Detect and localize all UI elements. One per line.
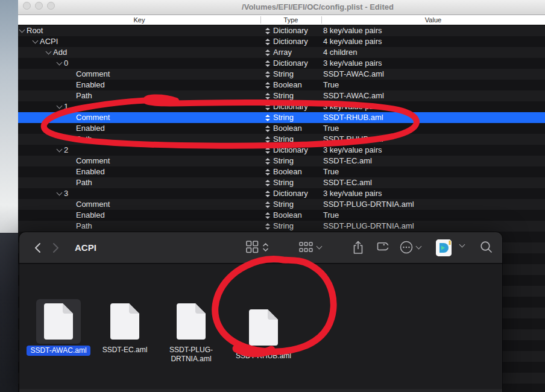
type-stepper-icon[interactable] [265,168,270,176]
type-stepper-icon[interactable] [265,147,270,154]
tag-button[interactable] [376,241,388,253]
plist-value[interactable]: 4 children [323,48,357,57]
plist-row[interactable]: ACPIDictionary4 key/value pairs [18,36,545,47]
file-item[interactable]: SSDT-PLUG-DRTNIA.aml [158,299,224,364]
plist-value[interactable]: 3 key/value pairs [323,145,382,155]
plist-row[interactable]: PathStringSSDT-AWAC.aml [18,90,545,101]
disclosure-triangle-icon[interactable] [33,39,38,44]
finder-content[interactable]: SSDT-AWAC.amlSSDT-EC.amlSSDT-PLUG-DRTNIA… [19,264,502,389]
plist-value[interactable]: 8 key/value pairs [323,26,382,36]
plist-row[interactable]: PathStringSSDT-PLUG-DRTNIA.aml [18,221,545,232]
disclosure-triangle-icon[interactable] [57,191,62,196]
disclosure-triangle-icon[interactable] [46,49,51,55]
plist-row[interactable]: 0Dictionary3 key/value pairs [18,58,545,69]
app-chevron-button[interactable] [460,244,464,247]
back-button[interactable] [30,240,45,256]
close-button[interactable] [23,2,31,10]
plist-type-cell[interactable]: Dictionary [265,102,308,112]
plist-row[interactable]: EnabledBooleanTrue [18,80,545,90]
plist-titlebar[interactable]: /Volumes/EFI/EFI/OC/config.plist - Edite… [18,0,545,15]
type-stepper-icon[interactable] [265,125,270,133]
plist-type-cell[interactable]: Boolean [265,80,302,90]
plist-value[interactable]: SSDT-RHUB.aml [323,134,383,144]
plist-row[interactable]: EnabledBooleanTrue [18,210,545,221]
search-button[interactable] [480,241,493,253]
plist-type-cell[interactable]: Boolean [265,124,302,133]
file-icon-box[interactable] [169,299,213,344]
file-label[interactable]: SSDT-RHUB.aml [236,352,291,361]
column-separator[interactable] [321,16,322,24]
type-stepper-icon[interactable] [265,201,270,209]
plist-type-cell[interactable]: Boolean [265,210,302,220]
type-stepper-icon[interactable] [265,49,270,57]
plist-row[interactable]: EnabledBooleanTrue [18,123,545,134]
plist-value[interactable]: True [323,124,339,133]
file-label[interactable]: SSDT-PLUG-DRTNIA.aml [159,346,223,364]
column-separator[interactable] [260,16,261,24]
file-item[interactable]: SSDT-RHUB.aml [230,305,297,361]
finder-toolbar[interactable]: ACPI [19,232,502,264]
type-stepper-icon[interactable] [265,157,270,165]
plist-value[interactable]: SSDT-EC.aml [323,156,372,166]
plist-type-cell[interactable]: String [265,91,294,101]
type-stepper-icon[interactable] [265,136,270,144]
type-stepper-icon[interactable] [265,27,270,35]
plist-type-cell[interactable]: Boolean [265,167,302,177]
type-stepper-icon[interactable] [265,38,270,46]
plist-row[interactable]: CommentStringSSDT-AWAC.aml [18,69,545,80]
plist-type-cell[interactable]: Dictionary [265,58,308,68]
plist-type-cell[interactable]: String [265,156,294,166]
plist-value[interactable]: 3 key/value pairs [323,102,382,112]
plist-value[interactable]: SSDT-AWAC.aml [323,69,384,79]
file-item[interactable]: SSDT-EC.aml [92,299,158,355]
share-button[interactable] [353,241,364,254]
plist-row[interactable]: RootDictionary8 key/value pairs [18,25,545,36]
plist-type-cell[interactable]: Dictionary [265,26,308,36]
disclosure-triangle-icon[interactable] [19,28,25,33]
type-stepper-icon[interactable] [265,212,270,220]
type-stepper-icon[interactable] [265,190,270,198]
plist-type-cell[interactable]: String [265,113,294,122]
plist-type-cell[interactable]: String [265,134,294,144]
plist-row[interactable]: 3Dictionary3 key/value pairs [18,188,545,199]
zoom-button[interactable] [47,2,55,10]
plist-type-cell[interactable]: Dictionary [265,189,308,198]
file-icon-box[interactable] [36,299,81,344]
plist-row[interactable]: PathStringSSDT-EC.aml [18,177,545,188]
plist-value[interactable]: True [323,210,339,220]
plist-type-cell[interactable]: Dictionary [265,145,308,155]
plist-value[interactable]: 3 key/value pairs [323,189,382,198]
file-icon-box[interactable] [241,305,286,350]
disclosure-triangle-icon[interactable] [57,60,62,66]
plist-row[interactable]: PathStringSSDT-RHUB.aml [18,134,545,145]
plist-value[interactable]: SSDT-PLUG-DRTNIA.aml [323,200,414,209]
plist-app-button[interactable] [436,239,452,256]
plist-value[interactable]: SSDT-AWAC.aml [323,91,384,101]
plist-type-cell[interactable]: String [265,221,294,231]
plist-row[interactable]: 2Dictionary3 key/value pairs [18,145,545,156]
plist-type-cell[interactable]: String [265,178,294,188]
type-stepper-icon[interactable] [265,71,270,78]
more-options-button[interactable] [400,241,421,254]
plist-type-cell[interactable]: String [265,200,294,209]
column-header-value[interactable]: Value [321,16,545,24]
type-stepper-icon[interactable] [265,114,270,122]
plist-value[interactable]: True [323,167,339,177]
plist-value[interactable]: 3 key/value pairs [323,58,382,68]
plist-type-cell[interactable]: Dictionary [265,37,308,46]
file-item[interactable]: SSDT-AWAC.aml [25,299,92,356]
plist-value[interactable]: True [323,80,339,90]
minimize-button[interactable] [35,2,43,10]
column-header-type[interactable]: Type [260,16,321,24]
plist-row[interactable]: EnabledBooleanTrue [18,166,545,177]
type-stepper-icon[interactable] [265,179,270,187]
plist-row[interactable]: 1Dictionary3 key/value pairs [18,101,545,112]
plist-value[interactable]: SSDT-PLUG-DRTNIA.aml [323,221,414,231]
file-label[interactable]: SSDT-EC.aml [102,346,148,355]
column-header-key[interactable]: Key [18,16,260,24]
disclosure-triangle-icon[interactable] [57,104,62,109]
group-by-button[interactable] [299,241,321,254]
plist-row[interactable]: CommentStringSSDT-PLUG-DRTNIA.aml [18,199,545,210]
file-label[interactable]: SSDT-AWAC.aml [27,346,90,356]
plist-row[interactable]: AddArray4 children [18,47,545,58]
